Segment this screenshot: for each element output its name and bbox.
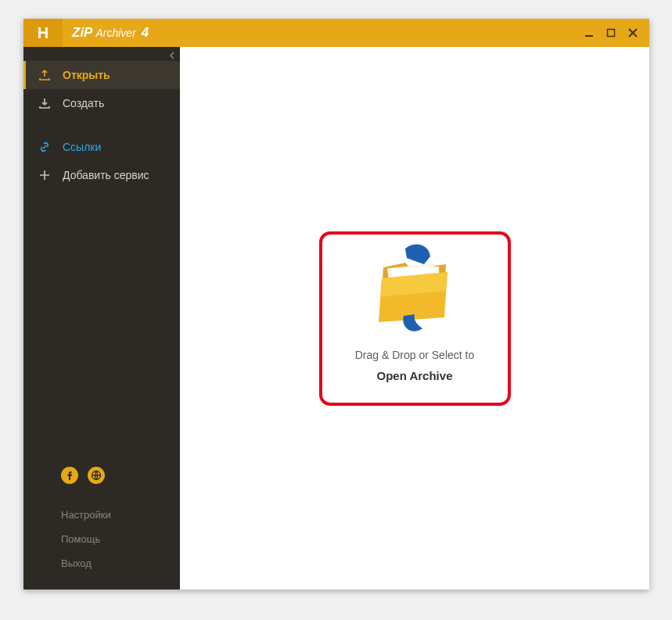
main-area: Drag & Drop or Select to Open Archive bbox=[180, 47, 649, 590]
sidebar-footer-links: Настройки Помощь Выход bbox=[23, 503, 180, 590]
sidebar-nav-primary: Открыть Создать bbox=[23, 47, 180, 117]
titlebar[interactable]: H ZiP Archiver 4 bbox=[23, 19, 649, 47]
app-window: H ZiP Archiver 4 bbox=[23, 19, 649, 590]
app-logo: H bbox=[23, 19, 63, 47]
app-title-archiver: Archiver bbox=[95, 27, 135, 39]
sidebar: Открыть Создать Ссылки bbox=[23, 47, 180, 590]
sidebar-item-create-label: Создать bbox=[63, 97, 104, 109]
create-icon bbox=[38, 97, 52, 109]
dropzone[interactable]: Drag & Drop or Select to Open Archive bbox=[319, 231, 511, 406]
chevron-left-icon bbox=[169, 52, 175, 59]
sidebar-item-create[interactable]: Создать bbox=[23, 89, 180, 117]
svg-rect-1 bbox=[608, 30, 615, 37]
sidebar-item-help[interactable]: Помощь bbox=[61, 527, 142, 551]
sidebar-item-open-label: Открыть bbox=[63, 69, 110, 81]
link-icon bbox=[38, 141, 52, 153]
facebook-icon bbox=[65, 471, 74, 480]
minimize-icon bbox=[584, 28, 594, 38]
sidebar-spacer bbox=[23, 189, 180, 461]
plus-icon bbox=[38, 169, 52, 181]
app-title-version: 4 bbox=[142, 25, 149, 41]
sidebar-item-help-label: Помощь bbox=[61, 533, 100, 545]
body: Открыть Создать Ссылки bbox=[23, 47, 649, 590]
dropzone-action: Open Archive bbox=[377, 369, 453, 382]
sidebar-nav-links: Ссылки Добавить сервис bbox=[23, 133, 180, 189]
sidebar-item-add-service[interactable]: Добавить сервис bbox=[23, 161, 180, 189]
sidebar-item-exit-label: Выход bbox=[61, 557, 92, 569]
close-icon bbox=[628, 28, 638, 38]
sidebar-item-settings-label: Настройки bbox=[61, 509, 111, 521]
app-title: ZiP Archiver 4 bbox=[63, 19, 149, 47]
maximize-icon bbox=[606, 28, 616, 38]
globe-icon bbox=[91, 470, 102, 481]
window-controls bbox=[580, 19, 649, 47]
dropzone-hint: Drag & Drop or Select to bbox=[355, 349, 475, 361]
sidebar-item-exit[interactable]: Выход bbox=[61, 551, 142, 575]
minimize-button[interactable] bbox=[580, 25, 598, 41]
open-icon bbox=[38, 69, 52, 81]
close-button[interactable] bbox=[624, 25, 641, 41]
app-title-zip: ZiP bbox=[72, 25, 92, 41]
maximize-button[interactable] bbox=[602, 25, 620, 41]
sidebar-separator bbox=[23, 117, 180, 133]
social-facebook[interactable] bbox=[61, 467, 78, 484]
folder-icon bbox=[368, 239, 462, 341]
sidebar-item-settings[interactable]: Настройки bbox=[61, 503, 142, 527]
sidebar-item-add-service-label: Добавить сервис bbox=[63, 169, 149, 181]
sidebar-social-row bbox=[23, 461, 180, 503]
sidebar-item-links-label: Ссылки bbox=[63, 141, 101, 153]
sidebar-item-links[interactable]: Ссылки bbox=[23, 133, 180, 161]
app-logo-letter: H bbox=[38, 24, 49, 42]
sidebar-collapse-handle[interactable] bbox=[169, 52, 175, 61]
sidebar-item-open[interactable]: Открыть bbox=[23, 61, 180, 89]
social-web[interactable] bbox=[88, 467, 105, 484]
